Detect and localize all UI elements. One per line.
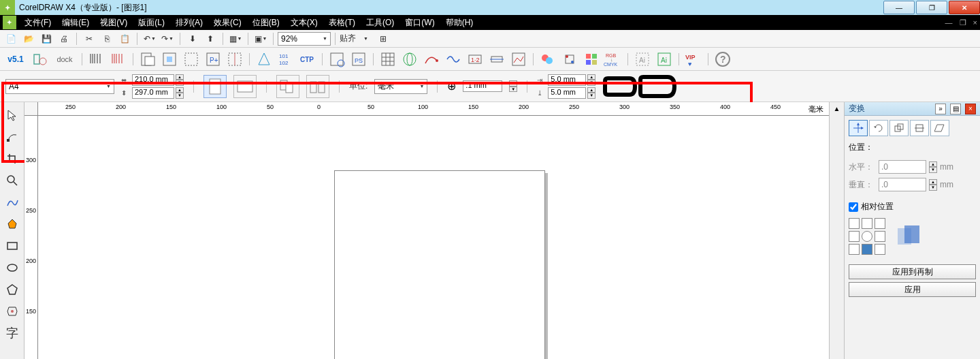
menu-bitmap[interactable]: 位图(B): [247, 17, 285, 29]
welcome-button[interactable]: ▣▼: [252, 31, 269, 46]
tab-scale[interactable]: [889, 120, 909, 136]
docker-close[interactable]: ×: [965, 104, 976, 114]
canvas[interactable]: [38, 116, 829, 359]
rectangle-tool[interactable]: [2, 236, 22, 256]
print-button[interactable]: 🖨: [56, 31, 72, 46]
plugin-version[interactable]: v5.1: [3, 49, 29, 69]
dup-y-input[interactable]: 5.0 mm: [548, 87, 586, 99]
plugin-page-5[interactable]: [225, 49, 245, 69]
plugin-doc-1[interactable]: [327, 49, 347, 69]
tab-skew[interactable]: [930, 120, 949, 136]
paste-button[interactable]: 📋: [116, 31, 133, 46]
open-button[interactable]: 📂: [20, 31, 37, 46]
doc-restore-button[interactable]: ❐: [960, 18, 966, 27]
landscape-button[interactable]: [233, 75, 257, 98]
pick-tool[interactable]: [2, 105, 22, 125]
h-input[interactable]: [879, 160, 926, 174]
plugin-ctp[interactable]: CTP: [297, 49, 318, 69]
nudge-spinner[interactable]: ▲▼: [509, 80, 517, 92]
page-width-input[interactable]: 210.0 mm: [132, 74, 174, 86]
relative-checkbox[interactable]: [849, 202, 858, 212]
dup-y-spinner[interactable]: ▲▼: [587, 87, 595, 99]
portrait-button[interactable]: [203, 75, 227, 98]
unit-combo[interactable]: 毫米 ▼: [374, 79, 427, 94]
plugin-color-1[interactable]: [538, 49, 558, 69]
plugin-color-2[interactable]: [559, 49, 580, 69]
smart-fill-tool[interactable]: [2, 214, 22, 234]
plugin-curve-1[interactable]: [421, 49, 442, 69]
width-spinner[interactable]: ▲▼: [176, 74, 184, 86]
plugin-btn-1[interactable]: [30, 49, 50, 69]
plugin-ai-1[interactable]: Ai: [632, 49, 653, 69]
docker-collapse[interactable]: »: [935, 104, 946, 114]
apply-button[interactable]: 应用: [849, 282, 976, 297]
tab-size[interactable]: [910, 120, 929, 136]
maximize-button[interactable]: ❐: [916, 1, 947, 14]
dup-x-spinner[interactable]: ▲▼: [587, 74, 595, 86]
horizontal-ruler[interactable]: 毫米 2502001501005005010015020025030035040…: [38, 102, 829, 116]
menu-file[interactable]: 文件(F): [19, 17, 56, 29]
menu-window[interactable]: 窗口(W): [399, 17, 440, 29]
menu-arrange[interactable]: 排列(A): [170, 17, 208, 29]
plugin-bmp[interactable]: [508, 49, 529, 69]
plugin-num-1[interactable]: 101102: [276, 49, 296, 69]
plugin-page-4[interactable]: P+: [203, 49, 223, 69]
plugin-help[interactable]: ?: [713, 49, 733, 69]
menu-effects[interactable]: 效果(C): [208, 17, 247, 29]
docker-menu[interactable]: ▤: [950, 104, 961, 114]
menu-help[interactable]: 帮助(H): [440, 17, 479, 29]
plugin-barcode-2[interactable]: [108, 49, 129, 69]
v-input[interactable]: [879, 178, 926, 191]
close-button[interactable]: ✕: [949, 1, 980, 14]
plugin-12[interactable]: 1·2: [465, 49, 485, 69]
zoom-tool[interactable]: [2, 170, 22, 191]
facing-pages-1[interactable]: [276, 75, 299, 98]
plugin-barcode-1[interactable]: [86, 49, 107, 69]
plugin-vip[interactable]: VIP♥: [683, 49, 704, 69]
copy-button[interactable]: ⎘: [99, 31, 115, 46]
plugin-rgb-cmyk[interactable]: RGB↓CMYK: [603, 49, 623, 69]
plugin-globe[interactable]: [399, 49, 420, 69]
plugin-shape-1[interactable]: [254, 49, 274, 69]
vertical-ruler[interactable]: 300250200150: [24, 116, 38, 359]
basic-shapes-tool[interactable]: [2, 301, 22, 322]
snap-dropdown[interactable]: ▼: [357, 31, 374, 46]
export-button[interactable]: ⬆: [202, 31, 218, 46]
tab-position[interactable]: [849, 120, 868, 136]
save-button[interactable]: 💾: [38, 31, 54, 46]
import-button[interactable]: ⬇: [184, 31, 201, 46]
cut-button[interactable]: ✂: [81, 31, 97, 46]
paper-size-combo[interactable]: A4 ▼: [5, 79, 114, 94]
menu-text[interactable]: 文本(X): [285, 17, 323, 29]
crop-tool[interactable]: [2, 149, 22, 169]
shape-tool[interactable]: [2, 127, 22, 147]
polygon-tool[interactable]: [2, 279, 22, 300]
scroll-up[interactable]: ▲: [834, 105, 840, 112]
plugin-page-2[interactable]: [159, 49, 180, 69]
plugin-page-1[interactable]: [137, 49, 158, 69]
plugin-ai-2[interactable]: Ai: [654, 49, 674, 69]
zoom-combo[interactable]: 92% ▼: [278, 32, 331, 46]
text-tool[interactable]: 字: [2, 323, 22, 343]
minimize-button[interactable]: —: [883, 1, 915, 14]
v-spinner[interactable]: ▲▼: [929, 179, 937, 191]
menu-view[interactable]: 视图(V): [95, 17, 133, 29]
options-button[interactable]: ⊞: [375, 31, 391, 46]
plugin-ps[interactable]: PS: [348, 49, 369, 69]
plugin-curve-2[interactable]: [443, 49, 463, 69]
menu-edit[interactable]: 编辑(E): [56, 17, 95, 29]
dup-x-input[interactable]: 5.0 mm: [548, 74, 586, 86]
undo-button[interactable]: ↶▼: [142, 31, 158, 46]
plugin-page-3[interactable]: [181, 49, 201, 69]
ellipse-tool[interactable]: [2, 257, 22, 278]
plugin-cal[interactable]: [378, 49, 398, 69]
nudge-input[interactable]: .1 mm: [463, 80, 502, 92]
apply-duplicate-button[interactable]: 应用到再制: [849, 264, 976, 279]
new-button[interactable]: 📄: [3, 31, 19, 46]
anchor-grid[interactable]: [849, 218, 885, 255]
h-spinner[interactable]: ▲▼: [929, 161, 937, 173]
plugin-color-3[interactable]: [581, 49, 602, 69]
ruler-corner[interactable]: [24, 102, 38, 116]
menu-table[interactable]: 表格(T): [323, 17, 361, 29]
height-spinner[interactable]: ▲▼: [176, 87, 184, 99]
